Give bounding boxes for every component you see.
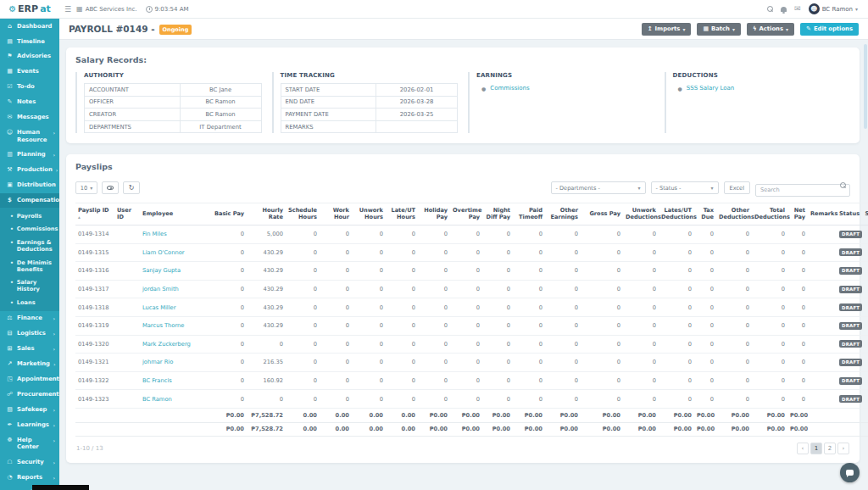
envelope-icon[interactable]: ✉ <box>794 5 801 13</box>
page-nav-button[interactable]: › <box>837 443 849 454</box>
draft-badge: DRAFT <box>839 248 862 256</box>
column-header-late-ut-hours[interactable]: Late/UT Hours <box>386 203 418 225</box>
sidebar-item-notes[interactable]: ✎Notes <box>0 95 59 110</box>
column-header-gross-pay[interactable]: Gross Pay <box>581 203 623 225</box>
menu-toggle-icon[interactable]: ☰ <box>64 5 71 14</box>
user-id-cell <box>114 316 140 335</box>
sidebar-item-sales[interactable]: ⊞Sales› <box>0 342 59 357</box>
column-header-total-deductions[interactable]: Total Deductions <box>752 203 787 225</box>
column-header-schedule-hours[interactable]: Schedule Hours <box>286 203 320 225</box>
sidebar-item-procurement[interactable]: ☍Procurement› <box>0 387 59 402</box>
value-cell: 0 <box>752 371 787 390</box>
column-header-status[interactable]: Status <box>837 203 862 225</box>
user-menu[interactable]: ☻ BC Ramon ▾ <box>809 3 858 14</box>
column-header-user-id[interactable]: User ID <box>114 203 140 225</box>
value-cell: 0 <box>450 390 482 409</box>
column-header-employee[interactable]: Employee <box>140 203 206 225</box>
scrollbar-thumb[interactable] <box>864 44 867 129</box>
page-size-select[interactable]: 10▾ <box>75 181 97 194</box>
value-cell: 0 <box>450 226 482 244</box>
edit-options-button[interactable]: ✎Edit options <box>800 23 859 36</box>
column-header-sent[interactable]: Sent <box>862 203 868 225</box>
value-cell: 0 <box>545 371 581 390</box>
sidebar-subitem-payrolls[interactable]: •Payrolls <box>0 209 59 222</box>
search-input[interactable] <box>755 184 850 197</box>
sidebar-subitem-loans[interactable]: •Loans <box>0 296 59 309</box>
employee-link[interactable]: Lucas Miller <box>142 304 175 311</box>
sidebar-item-events[interactable]: ▦Events <box>0 64 59 80</box>
search-icon[interactable] <box>767 6 773 12</box>
table-row: 0149-1319Marcus Thorne0430.2900000000000… <box>75 316 868 335</box>
sidebar-subitem-commissions[interactable]: •Commissions <box>0 223 59 236</box>
employee-link[interactable]: Sanjay Gupta <box>142 267 181 274</box>
chat-bubble-button[interactable] <box>840 463 860 482</box>
status-filter-select[interactable]: - Status -▾ <box>651 181 719 194</box>
column-header-holiday-pay[interactable]: Holiday Pay <box>418 203 450 225</box>
earnings-link[interactable]: Commissions <box>490 85 529 92</box>
sidebar-item-security[interactable]: ☖Security› <box>0 454 59 470</box>
employee-link[interactable]: BC Francis <box>142 377 172 384</box>
bell-icon[interactable] <box>781 7 787 12</box>
sidebar-item-human-resource[interactable]: ☺Human Resource› <box>0 125 59 148</box>
sidebar-item-timeline[interactable]: ▤Timeline <box>0 34 59 49</box>
sidebar-item-finance[interactable]: ⚖Finance› <box>0 311 59 326</box>
employee-link[interactable]: Fin Miles <box>142 231 167 237</box>
column-header-night-diff-pay[interactable]: Night Diff Pay <box>482 203 513 225</box>
employee-link[interactable]: Liam O'Connor <box>142 249 185 256</box>
column-header-net-pay[interactable]: Net Pay <box>787 203 808 225</box>
column-header-lates-ut-deductions[interactable]: Lates/UT Deductions <box>659 203 694 225</box>
imports-button[interactable]: ↥Imports▾ <box>642 23 692 36</box>
column-header-basic-pay[interactable]: Basic Pay <box>206 203 247 225</box>
employee-link[interactable]: jordan Smith <box>142 286 179 292</box>
column-header-overtime-pay[interactable]: Overtime Pay <box>450 203 482 225</box>
column-header-unwork-deductions[interactable]: Unwork Deductions <box>623 203 659 225</box>
sidebar-item-help-center[interactable]: ☸Help Center› <box>0 432 59 454</box>
sidebar-item-messages[interactable]: ✉Messages <box>0 110 59 125</box>
sidebar-subitem-salary-history[interactable]: •Salary History <box>0 276 59 297</box>
sidebar-item-to-do[interactable]: ☑To-do <box>0 80 59 95</box>
sidebar-item-production[interactable]: ⚒Production› <box>0 163 59 178</box>
sidebar-item-distribution[interactable]: ▣Distribution› <box>0 178 59 193</box>
employee-link[interactable]: BC Ramon <box>142 396 172 403</box>
sidebar-item-compensation[interactable]: $Compensation▾ <box>0 193 59 209</box>
employee-link[interactable]: Mark Zuckerberg <box>142 341 191 348</box>
batch-button[interactable]: ▦Batch▾ <box>697 23 741 36</box>
column-header-other-deductions[interactable]: Other Deductions <box>716 203 752 225</box>
column-header-unwork-hours[interactable]: Unwork Hours <box>352 203 386 225</box>
sidebar-item-logistics[interactable]: ⊟Logistics› <box>0 326 59 342</box>
column-header-payslip-id[interactable]: Payslip ID ▴ <box>75 203 114 225</box>
sidebar-item-safekeep[interactable]: ▧Safekeep› <box>0 402 59 417</box>
app-logo[interactable]: ⚙ ERPat <box>0 3 59 14</box>
column-header-remarks[interactable]: Remarks <box>808 203 837 225</box>
sidebar-subitem-de-minimis-benefits[interactable]: •De Minimis Benefits <box>0 256 59 276</box>
deductions-link[interactable]: SSS Salary Loan <box>687 85 735 92</box>
column-header-other-earnings[interactable]: Other Earnings <box>545 203 581 225</box>
column-header-paid-timeoff[interactable]: Paid Timeoff <box>513 203 545 225</box>
sidebar-item-appointments[interactable]: ◳Appointments› <box>0 371 59 387</box>
value-cell: 0 <box>352 316 386 335</box>
departments-filter-select[interactable]: - Departments -▾ <box>551 181 646 194</box>
sidebar-subitem-earnings-deductions[interactable]: •Earnings & Deductions <box>0 236 59 256</box>
sidebar-item-marketing[interactable]: ↗Marketing› <box>0 357 59 372</box>
page-button-1[interactable]: 1 <box>810 443 822 454</box>
actions-button[interactable]: ϟActions▾ <box>747 23 794 36</box>
value-cell: 0 <box>450 354 482 372</box>
page-button-2[interactable]: 2 <box>824 443 836 454</box>
sidebar-item-learnings[interactable]: ✒Learnings› <box>0 417 59 432</box>
column-header-hourly-rate[interactable]: Hourly Rate <box>247 203 286 225</box>
column-visibility-button[interactable] <box>102 181 119 194</box>
excel-export-button[interactable]: Excel <box>724 181 750 194</box>
refresh-button[interactable]: ↻ <box>123 181 140 194</box>
employee-link[interactable]: johmar Rio <box>142 359 173 365</box>
sidebar-item-advisories[interactable]: ⚑Advisories <box>0 49 59 64</box>
column-header-tax-due[interactable]: Tax Due <box>694 203 716 225</box>
sidebar-item-label: Appointments <box>17 376 59 382</box>
page-nav-button[interactable]: ‹ <box>797 443 809 454</box>
button-label: Edit options <box>814 25 853 32</box>
column-header-work-hour[interactable]: Work Hour <box>320 203 352 225</box>
sidebar-item-planning[interactable]: ▥Planning› <box>0 148 59 163</box>
value-cell: 0 <box>386 371 418 390</box>
sidebar-item-dashboard[interactable]: ⌂Dashboard <box>0 19 59 34</box>
employee-link[interactable]: Marcus Thorne <box>142 322 184 329</box>
sidebar-item-reports[interactable]: ◔Reports› <box>0 470 59 485</box>
